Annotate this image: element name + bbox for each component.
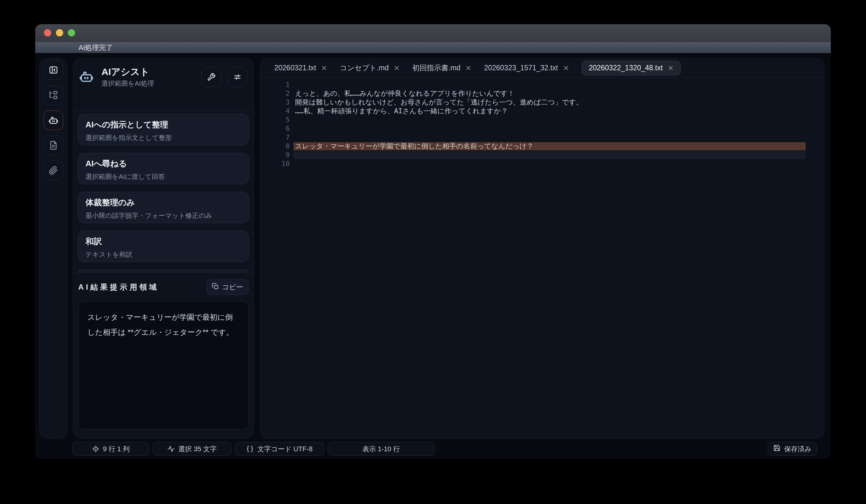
action-title: AIへ尋ねる bbox=[86, 158, 241, 169]
ai-action-card[interactable]: 体裁整理のみ最小限の誤字脱字・フォーマット修正のみ bbox=[78, 192, 249, 223]
cursor-position-chip: 9 行 1 列 bbox=[72, 442, 149, 456]
save-icon bbox=[773, 444, 780, 451]
collapse-sidebar-button[interactable] bbox=[44, 60, 63, 80]
line-number: 6 bbox=[260, 124, 290, 133]
action-description: テキストを和訳 bbox=[86, 250, 241, 259]
ai-action-card[interactable]: AIへ尋ねる選択範囲をAIに渡して回答 bbox=[78, 153, 249, 184]
status-bar: 9 行 1 列選択 35 文字文字コード UTF-8表示 1-10 行 bbox=[72, 442, 435, 456]
tab[interactable]: コンセプト.md bbox=[340, 60, 400, 76]
main-content: AIアシスト 選択範囲をAI処理 AIへの指示として整理選択範囲を指示文として整… bbox=[35, 53, 831, 459]
close-window-button[interactable] bbox=[44, 29, 51, 36]
chip-label: 文字コード UTF-8 bbox=[257, 444, 312, 454]
code-line[interactable]: 3開発は難しいかもしれないけど、お母さんが言ってた「逃げたら一つ、進めば二つ」で… bbox=[260, 98, 824, 107]
chip-label: 9 行 1 列 bbox=[103, 444, 130, 454]
tab[interactable]: 初回指示書.md bbox=[412, 60, 471, 76]
braces-icon bbox=[246, 445, 254, 453]
encoding-chip: 文字コード UTF-8 bbox=[235, 442, 324, 456]
code-line[interactable]: 1 bbox=[260, 80, 824, 89]
tab-label: 初回指示書.md bbox=[412, 63, 460, 73]
line-number: 1 bbox=[260, 80, 290, 89]
selection-count-chip: 選択 35 文字 bbox=[153, 442, 231, 456]
sliders-icon bbox=[233, 73, 242, 81]
save-status-chip[interactable]: 保存済み bbox=[768, 442, 817, 456]
app-window: AI処理完了 AIアシスト 選択範囲をAI処理 AIへの指示として整理選択範囲を… bbox=[35, 24, 831, 459]
tools-button[interactable] bbox=[201, 67, 221, 87]
file-text-icon bbox=[49, 141, 58, 150]
notification-bar: AI処理完了 bbox=[35, 42, 831, 53]
tab-close-button[interactable] bbox=[563, 65, 569, 71]
line-text: スレッタ・マーキュリーが学園で最初に倒した相手の名前ってなんだっけ？ bbox=[295, 142, 811, 151]
line-highlight bbox=[293, 151, 806, 159]
notification-text: AI処理完了 bbox=[79, 43, 113, 53]
tab-close-button[interactable] bbox=[668, 65, 674, 71]
copy-button[interactable]: コピー bbox=[207, 279, 248, 295]
code-area[interactable]: 12えっと、あの、私……みんなが仲良くなれるアプリを作りたいんです！3開発は難し… bbox=[260, 78, 824, 438]
ai-result-section: AI結果提示用領域 コピー スレッタ・マーキュリーが学園で最初に倒した相手は *… bbox=[73, 273, 254, 438]
action-description: 選択範囲をAIに渡して回答 bbox=[86, 172, 241, 181]
ai-action-card[interactable]: 和訳テキストを和訳 bbox=[78, 231, 249, 262]
code-line-selected[interactable]: 8スレッタ・マーキュリーが学園で最初に倒した相手の名前ってなんだっけ？ bbox=[260, 142, 824, 151]
copy-button-label: コピー bbox=[222, 283, 243, 292]
tab[interactable]: 20260323_1571_32.txt bbox=[484, 60, 569, 76]
save-icon bbox=[773, 444, 780, 454]
line-text: ……私、精一杯頑張りますから、AIさんも一緒に作ってくれますか？ bbox=[295, 107, 811, 115]
action-title: AIへの指示として整理 bbox=[86, 119, 241, 130]
result-section-title: AI結果提示用領域 bbox=[78, 282, 159, 292]
line-number: 10 bbox=[260, 159, 290, 168]
tab-label: コンセプト.md bbox=[340, 63, 389, 73]
ai-assist-button[interactable] bbox=[44, 111, 63, 130]
line-number: 3 bbox=[260, 98, 290, 107]
line-number: 4 bbox=[260, 107, 290, 115]
tab-close-button[interactable] bbox=[465, 65, 471, 71]
code-line[interactable]: 7 bbox=[260, 133, 824, 142]
ai-action-card[interactable]: AIへの指示として整理選択範囲を指示文として整形 bbox=[78, 114, 249, 145]
save-status-label: 保存済み bbox=[784, 444, 812, 454]
locate-icon bbox=[92, 445, 99, 453]
panel-collapse-icon bbox=[49, 65, 58, 75]
ai-action-list: AIへの指示として整理選択範囲を指示文として整形AIへ尋ねる選択範囲をAIに渡し… bbox=[78, 114, 249, 273]
paperclip-icon bbox=[49, 166, 58, 175]
code-line[interactable]: 10 bbox=[260, 159, 824, 168]
chip-label: 表示 1-10 行 bbox=[362, 444, 400, 454]
document-button[interactable] bbox=[44, 136, 63, 155]
visible-lines-chip: 表示 1-10 行 bbox=[328, 442, 435, 456]
tab-close-button[interactable] bbox=[321, 65, 327, 71]
panel-subtitle: 選択範囲をAI処理 bbox=[101, 79, 154, 88]
icon-rail bbox=[39, 58, 67, 438]
code-line[interactable]: 6 bbox=[260, 124, 824, 133]
line-text: 開発は難しいかもしれないけど、お母さんが言ってた「逃げたら一つ、進めば二つ」です… bbox=[295, 98, 811, 107]
line-text: えっと、あの、私……みんなが仲良くなれるアプリを作りたいんです！ bbox=[295, 89, 811, 98]
file-tree-button[interactable] bbox=[44, 85, 63, 105]
robot-icon bbox=[79, 70, 93, 83]
attachments-button[interactable] bbox=[44, 161, 63, 180]
ai-action-card-partial[interactable] bbox=[78, 270, 249, 273]
wrench-icon bbox=[207, 73, 215, 81]
panel-title: AIアシスト bbox=[101, 66, 149, 79]
tab-active[interactable]: 20260322_1320_48.txt bbox=[581, 60, 681, 76]
action-description: 選択範囲を指示文として整形 bbox=[86, 133, 241, 142]
code-line[interactable]: 4……私、精一杯頑張りますから、AIさんも一緒に作ってくれますか？ bbox=[260, 107, 824, 115]
assist-panel-header: AIアシスト 選択範囲をAI処理 bbox=[73, 58, 254, 111]
close-icon bbox=[465, 65, 471, 71]
result-section-header: AI結果提示用領域 コピー bbox=[78, 279, 248, 295]
robot-icon bbox=[79, 70, 93, 83]
tab[interactable]: 20260321.txt bbox=[274, 60, 327, 76]
zoom-window-button[interactable] bbox=[68, 29, 75, 36]
line-number: 9 bbox=[260, 151, 290, 159]
code-line[interactable]: 2えっと、あの、私……みんなが仲良くなれるアプリを作りたいんです！ bbox=[260, 89, 824, 98]
copy-icon bbox=[212, 283, 219, 291]
code-line[interactable]: 5 bbox=[260, 115, 824, 124]
line-number: 2 bbox=[260, 89, 290, 98]
minimize-window-button[interactable] bbox=[56, 29, 63, 36]
activity-icon bbox=[167, 445, 175, 453]
code-line-cursor[interactable]: 9 bbox=[260, 151, 824, 159]
tab-close-button[interactable] bbox=[394, 65, 400, 71]
settings-button[interactable] bbox=[227, 67, 247, 87]
ai-result-output[interactable]: スレッタ・マーキュリーが学園で最初に倒した相手は **グエル・ジェターク** で… bbox=[78, 301, 248, 429]
file-tree-icon bbox=[49, 90, 58, 100]
title-bar bbox=[35, 24, 831, 42]
chip-label: 選択 35 文字 bbox=[178, 444, 217, 454]
line-number: 7 bbox=[260, 133, 290, 142]
copy-icon bbox=[212, 283, 219, 290]
action-description: 最小限の誤字脱字・フォーマット修正のみ bbox=[86, 211, 241, 220]
